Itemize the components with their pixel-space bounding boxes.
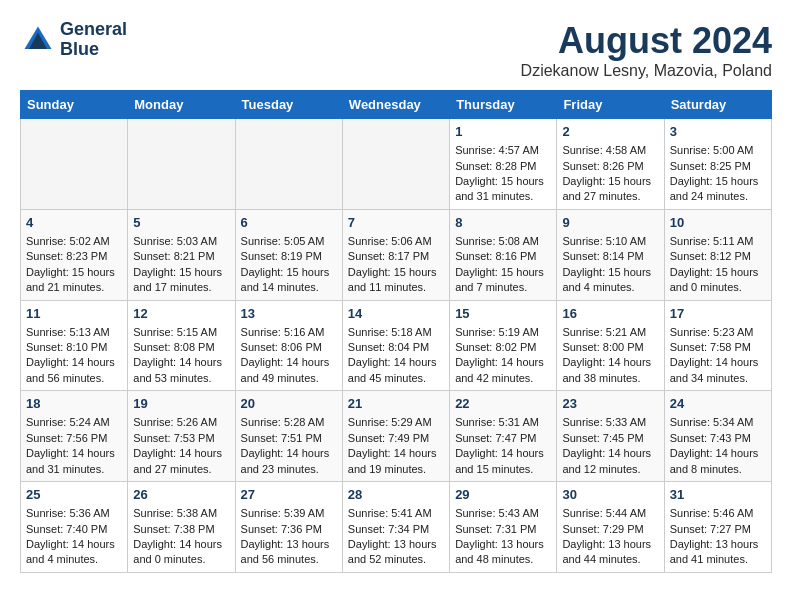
day-info: Sunrise: 5:26 AM Sunset: 7:53 PM Dayligh… — [133, 416, 222, 474]
day-info: Sunrise: 5:11 AM Sunset: 8:12 PM Dayligh… — [670, 235, 759, 293]
location-subtitle: Dziekanow Lesny, Mazovia, Poland — [521, 62, 772, 80]
day-info: Sunrise: 5:21 AM Sunset: 8:00 PM Dayligh… — [562, 326, 651, 384]
calendar-cell: 28Sunrise: 5:41 AM Sunset: 7:34 PM Dayli… — [342, 482, 449, 573]
calendar-cell: 26Sunrise: 5:38 AM Sunset: 7:38 PM Dayli… — [128, 482, 235, 573]
day-number: 13 — [241, 305, 337, 323]
calendar-header-row: SundayMondayTuesdayWednesdayThursdayFrid… — [21, 91, 772, 119]
day-number: 15 — [455, 305, 551, 323]
calendar-cell: 7Sunrise: 5:06 AM Sunset: 8:17 PM Daylig… — [342, 209, 449, 300]
day-number: 8 — [455, 214, 551, 232]
day-number: 4 — [26, 214, 122, 232]
calendar-cell: 12Sunrise: 5:15 AM Sunset: 8:08 PM Dayli… — [128, 300, 235, 391]
day-info: Sunrise: 4:57 AM Sunset: 8:28 PM Dayligh… — [455, 144, 544, 202]
logo-line2: Blue — [60, 40, 127, 60]
calendar-cell — [235, 119, 342, 210]
calendar-cell: 21Sunrise: 5:29 AM Sunset: 7:49 PM Dayli… — [342, 391, 449, 482]
logo: General Blue — [20, 20, 127, 60]
calendar-cell — [342, 119, 449, 210]
day-info: Sunrise: 5:31 AM Sunset: 7:47 PM Dayligh… — [455, 416, 544, 474]
logo-text: General Blue — [60, 20, 127, 60]
calendar-cell: 27Sunrise: 5:39 AM Sunset: 7:36 PM Dayli… — [235, 482, 342, 573]
day-info: Sunrise: 5:05 AM Sunset: 8:19 PM Dayligh… — [241, 235, 330, 293]
calendar-cell: 24Sunrise: 5:34 AM Sunset: 7:43 PM Dayli… — [664, 391, 771, 482]
calendar-cell: 29Sunrise: 5:43 AM Sunset: 7:31 PM Dayli… — [450, 482, 557, 573]
day-info: Sunrise: 5:39 AM Sunset: 7:36 PM Dayligh… — [241, 507, 330, 565]
day-number: 26 — [133, 486, 229, 504]
day-info: Sunrise: 5:15 AM Sunset: 8:08 PM Dayligh… — [133, 326, 222, 384]
calendar-cell: 16Sunrise: 5:21 AM Sunset: 8:00 PM Dayli… — [557, 300, 664, 391]
day-number: 20 — [241, 395, 337, 413]
day-info: Sunrise: 5:33 AM Sunset: 7:45 PM Dayligh… — [562, 416, 651, 474]
week-row-2: 11Sunrise: 5:13 AM Sunset: 8:10 PM Dayli… — [21, 300, 772, 391]
day-info: Sunrise: 5:19 AM Sunset: 8:02 PM Dayligh… — [455, 326, 544, 384]
day-number: 21 — [348, 395, 444, 413]
day-info: Sunrise: 5:23 AM Sunset: 7:58 PM Dayligh… — [670, 326, 759, 384]
title-block: August 2024 Dziekanow Lesny, Mazovia, Po… — [521, 20, 772, 80]
calendar-cell: 18Sunrise: 5:24 AM Sunset: 7:56 PM Dayli… — [21, 391, 128, 482]
header-friday: Friday — [557, 91, 664, 119]
day-number: 28 — [348, 486, 444, 504]
day-number: 1 — [455, 123, 551, 141]
day-number: 2 — [562, 123, 658, 141]
calendar-cell: 15Sunrise: 5:19 AM Sunset: 8:02 PM Dayli… — [450, 300, 557, 391]
week-row-4: 25Sunrise: 5:36 AM Sunset: 7:40 PM Dayli… — [21, 482, 772, 573]
header-thursday: Thursday — [450, 91, 557, 119]
calendar-cell: 19Sunrise: 5:26 AM Sunset: 7:53 PM Dayli… — [128, 391, 235, 482]
calendar-cell: 9Sunrise: 5:10 AM Sunset: 8:14 PM Daylig… — [557, 209, 664, 300]
calendar-cell: 22Sunrise: 5:31 AM Sunset: 7:47 PM Dayli… — [450, 391, 557, 482]
day-info: Sunrise: 5:18 AM Sunset: 8:04 PM Dayligh… — [348, 326, 437, 384]
day-info: Sunrise: 5:08 AM Sunset: 8:16 PM Dayligh… — [455, 235, 544, 293]
day-number: 16 — [562, 305, 658, 323]
calendar-cell: 8Sunrise: 5:08 AM Sunset: 8:16 PM Daylig… — [450, 209, 557, 300]
calendar-cell: 14Sunrise: 5:18 AM Sunset: 8:04 PM Dayli… — [342, 300, 449, 391]
header-saturday: Saturday — [664, 91, 771, 119]
calendar-cell — [128, 119, 235, 210]
header-wednesday: Wednesday — [342, 91, 449, 119]
header-monday: Monday — [128, 91, 235, 119]
day-info: Sunrise: 5:46 AM Sunset: 7:27 PM Dayligh… — [670, 507, 759, 565]
day-info: Sunrise: 5:06 AM Sunset: 8:17 PM Dayligh… — [348, 235, 437, 293]
calendar-cell: 13Sunrise: 5:16 AM Sunset: 8:06 PM Dayli… — [235, 300, 342, 391]
day-number: 23 — [562, 395, 658, 413]
month-year-title: August 2024 — [521, 20, 772, 62]
day-number: 7 — [348, 214, 444, 232]
day-info: Sunrise: 5:44 AM Sunset: 7:29 PM Dayligh… — [562, 507, 651, 565]
day-info: Sunrise: 5:38 AM Sunset: 7:38 PM Dayligh… — [133, 507, 222, 565]
page-header: General Blue August 2024 Dziekanow Lesny… — [20, 20, 772, 80]
day-number: 18 — [26, 395, 122, 413]
day-number: 17 — [670, 305, 766, 323]
day-number: 14 — [348, 305, 444, 323]
calendar-cell: 4Sunrise: 5:02 AM Sunset: 8:23 PM Daylig… — [21, 209, 128, 300]
day-info: Sunrise: 5:03 AM Sunset: 8:21 PM Dayligh… — [133, 235, 222, 293]
day-number: 27 — [241, 486, 337, 504]
logo-icon — [20, 22, 56, 58]
calendar-cell: 3Sunrise: 5:00 AM Sunset: 8:25 PM Daylig… — [664, 119, 771, 210]
day-number: 29 — [455, 486, 551, 504]
day-info: Sunrise: 5:13 AM Sunset: 8:10 PM Dayligh… — [26, 326, 115, 384]
calendar-cell: 17Sunrise: 5:23 AM Sunset: 7:58 PM Dayli… — [664, 300, 771, 391]
day-number: 24 — [670, 395, 766, 413]
day-info: Sunrise: 5:02 AM Sunset: 8:23 PM Dayligh… — [26, 235, 115, 293]
calendar-cell: 20Sunrise: 5:28 AM Sunset: 7:51 PM Dayli… — [235, 391, 342, 482]
day-info: Sunrise: 5:34 AM Sunset: 7:43 PM Dayligh… — [670, 416, 759, 474]
day-number: 19 — [133, 395, 229, 413]
day-info: Sunrise: 5:43 AM Sunset: 7:31 PM Dayligh… — [455, 507, 544, 565]
calendar-cell: 23Sunrise: 5:33 AM Sunset: 7:45 PM Dayli… — [557, 391, 664, 482]
day-number: 12 — [133, 305, 229, 323]
day-info: Sunrise: 5:29 AM Sunset: 7:49 PM Dayligh… — [348, 416, 437, 474]
day-number: 22 — [455, 395, 551, 413]
day-number: 3 — [670, 123, 766, 141]
calendar-cell — [21, 119, 128, 210]
header-sunday: Sunday — [21, 91, 128, 119]
day-info: Sunrise: 5:00 AM Sunset: 8:25 PM Dayligh… — [670, 144, 759, 202]
day-number: 5 — [133, 214, 229, 232]
calendar-cell: 31Sunrise: 5:46 AM Sunset: 7:27 PM Dayli… — [664, 482, 771, 573]
calendar-cell: 10Sunrise: 5:11 AM Sunset: 8:12 PM Dayli… — [664, 209, 771, 300]
calendar-cell: 2Sunrise: 4:58 AM Sunset: 8:26 PM Daylig… — [557, 119, 664, 210]
week-row-3: 18Sunrise: 5:24 AM Sunset: 7:56 PM Dayli… — [21, 391, 772, 482]
day-info: Sunrise: 5:28 AM Sunset: 7:51 PM Dayligh… — [241, 416, 330, 474]
day-info: Sunrise: 4:58 AM Sunset: 8:26 PM Dayligh… — [562, 144, 651, 202]
calendar-cell: 1Sunrise: 4:57 AM Sunset: 8:28 PM Daylig… — [450, 119, 557, 210]
day-number: 30 — [562, 486, 658, 504]
calendar-cell: 6Sunrise: 5:05 AM Sunset: 8:19 PM Daylig… — [235, 209, 342, 300]
